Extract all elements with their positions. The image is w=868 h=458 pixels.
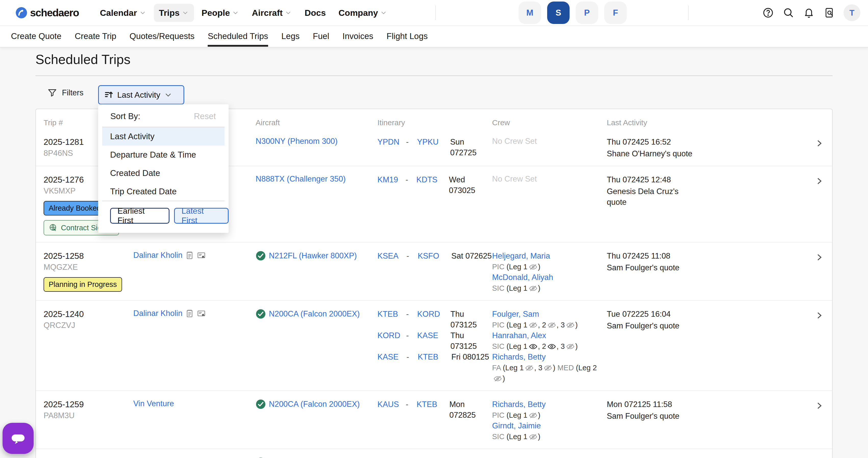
client-link[interactable]: Vin Venture xyxy=(133,399,174,408)
crew-member-link[interactable]: Foulger, Sam xyxy=(492,310,539,318)
arrival-airport-link[interactable]: KSFO xyxy=(418,251,451,261)
notes-icon[interactable] xyxy=(185,309,194,318)
sub-nav-flight-logs[interactable]: Flight Logs xyxy=(386,25,428,47)
table-row[interactable]: 2025-1241MQRXHBDalinar KholinN200CA (Fal… xyxy=(36,449,832,458)
trip-number[interactable]: 2025-1240 xyxy=(43,309,84,319)
sort-option-last-activity[interactable]: Last Activity xyxy=(102,127,224,146)
search-icon[interactable] xyxy=(783,7,794,18)
departure-airport-link[interactable]: KORD xyxy=(377,330,406,352)
trip-number[interactable]: 2025-1276 xyxy=(43,174,84,185)
arrival-airport-link[interactable]: KDTS xyxy=(416,174,449,196)
earliest-first-button[interactable]: Earliest First xyxy=(110,208,169,224)
open-trip-chevron-icon[interactable] xyxy=(814,252,825,262)
departure-airport-link[interactable]: KAUS xyxy=(377,399,406,421)
arrival-airport-link[interactable]: YPKU xyxy=(417,137,450,158)
eye-icon xyxy=(548,343,556,350)
sub-nav-create-trip[interactable]: Create Trip xyxy=(75,25,116,47)
schedaero-logo-icon xyxy=(15,7,28,19)
sort-reset-button[interactable]: Reset xyxy=(194,111,216,121)
trip-cell: 2025-1240QRCZVJ xyxy=(43,309,133,331)
avatar[interactable]: T xyxy=(843,4,860,21)
table-row[interactable]: 2025-1259PA8M3UVin VentureN200CA (Falcon… xyxy=(36,391,832,449)
column-header-crew: Crew xyxy=(492,118,607,127)
sub-nav-create-quote[interactable]: Create Quote xyxy=(11,25,61,47)
status-badge: Planning in Progress xyxy=(43,277,122,292)
audit-icon[interactable] xyxy=(824,7,835,18)
latest-first-button[interactable]: Latest First xyxy=(174,208,228,224)
leg-date: Sat 072625 xyxy=(451,251,492,261)
sub-nav-scheduled-trips[interactable]: Scheduled Trips xyxy=(208,25,268,47)
eye-off-icon xyxy=(529,285,537,292)
nav-item-docs[interactable]: Docs xyxy=(300,4,331,22)
aircraft-link[interactable]: N300NY (Phenom 300) xyxy=(256,137,338,146)
workspace-tab-s[interactable]: S xyxy=(547,2,569,24)
trip-code: MQGZXE xyxy=(43,262,78,273)
chevron-down-icon xyxy=(232,9,239,16)
nav-item-label: People xyxy=(202,8,230,18)
nav-item-trips[interactable]: Trips xyxy=(154,4,194,22)
aircraft-cell: N200CA (Falcon 2000EX) xyxy=(256,309,377,319)
crew-member-link[interactable]: Girndt, Jaimie xyxy=(492,421,541,430)
nav-item-people[interactable]: People xyxy=(196,4,244,22)
table-row[interactable]: 2025-1240QRCZVJDalinar KholinN200CA (Fal… xyxy=(36,300,832,391)
workspace-tab-f[interactable]: F xyxy=(604,2,627,24)
trip-sheet-icon[interactable] xyxy=(197,251,206,260)
chat-launcher-button[interactable] xyxy=(3,423,34,454)
client-link[interactable]: Dalinar Kholin xyxy=(133,251,183,260)
sort-option-created-date[interactable]: Created Date xyxy=(102,164,224,182)
aircraft-link[interactable]: N888TX (Challenger 350) xyxy=(256,174,346,183)
crew-member-link[interactable]: Richards, Betty xyxy=(492,352,546,361)
crew-member-link[interactable]: Hanrahan, Alex xyxy=(492,331,546,340)
filters-button[interactable]: Filters xyxy=(47,88,83,98)
sort-dropdown-button[interactable]: Last Activity xyxy=(98,85,184,105)
workspace-tab-m[interactable]: M xyxy=(519,2,541,24)
crew-member-link[interactable]: Heljegard, Maria xyxy=(492,252,550,260)
leg-date: Mon 072825 xyxy=(449,399,492,421)
arrival-airport-link[interactable]: KTEB xyxy=(417,399,449,421)
sort-option-departure-date-time[interactable]: Departure Date & Time xyxy=(102,146,224,164)
sub-nav-fuel[interactable]: Fuel xyxy=(313,25,329,47)
open-trip-chevron-icon[interactable] xyxy=(814,176,825,186)
nav-item-aircraft[interactable]: Aircraft xyxy=(247,4,297,22)
itinerary-leg: KTEB-KORDThu 073125 xyxy=(377,309,492,330)
last-activity-time: Tue 072225 16:04 xyxy=(607,309,804,319)
aircraft-link[interactable]: N212FL (Hawker 800XP) xyxy=(269,251,357,260)
table-row[interactable]: 2025-1258MQGZXEPlanning in ProgressDalin… xyxy=(36,242,832,300)
open-trip-chevron-icon[interactable] xyxy=(814,138,825,148)
nav-item-calendar[interactable]: Calendar xyxy=(95,4,151,22)
open-trip-chevron-icon[interactable] xyxy=(814,310,825,320)
last-activity-cell: Mon 072125 11:58Sam Foulger's quote xyxy=(607,399,804,422)
departure-airport-link[interactable]: KSEA xyxy=(377,251,406,261)
trip-number[interactable]: 2025-1259 xyxy=(43,399,84,410)
aircraft-cell: N300NY (Phenom 300) xyxy=(256,137,377,146)
arrival-airport-link[interactable]: KORD xyxy=(417,309,450,330)
aircraft-link[interactable]: N200CA (Falcon 2000EX) xyxy=(269,400,360,409)
open-trip-chevron-icon[interactable] xyxy=(814,401,825,411)
crew-member-link[interactable]: Richards, Betty xyxy=(492,400,546,409)
departure-airport-link[interactable]: KM19 xyxy=(377,174,405,196)
arrival-airport-link[interactable]: KASE xyxy=(417,330,450,352)
trip-number[interactable]: 2025-1258 xyxy=(43,251,84,261)
last-activity-cell: Thu 072425 16:52Shane O'Harney's quote xyxy=(607,137,804,159)
trip-sheet-icon[interactable] xyxy=(197,309,206,318)
sort-option-trip-created-date[interactable]: Trip Created Date xyxy=(102,182,224,201)
aircraft-link[interactable]: N200CA (Falcon 2000EX) xyxy=(269,309,360,318)
sub-nav-quotes-requests[interactable]: Quotes/Requests xyxy=(129,25,194,47)
sub-nav-invoices[interactable]: Invoices xyxy=(342,25,373,47)
help-icon[interactable] xyxy=(763,7,774,18)
sub-nav-legs[interactable]: Legs xyxy=(281,25,300,47)
filters-label: Filters xyxy=(62,88,83,97)
departure-airport-link[interactable]: KASE xyxy=(377,352,406,362)
notifications-icon[interactable] xyxy=(803,7,814,18)
departure-airport-link[interactable]: YPDN xyxy=(377,137,406,158)
nav-item-company[interactable]: Company xyxy=(333,4,392,22)
crew-role-assignments: SIC (Leg 1, 2, 3) xyxy=(492,341,607,352)
notes-icon[interactable] xyxy=(185,251,194,260)
crew-member-link[interactable]: McDonald, Aliyah xyxy=(492,273,553,282)
workspace-tab-p[interactable]: P xyxy=(576,2,598,24)
arrival-airport-link[interactable]: KTEB xyxy=(418,352,451,362)
client-link[interactable]: Dalinar Kholin xyxy=(133,309,183,318)
brand[interactable]: schedaero xyxy=(15,0,79,26)
departure-airport-link[interactable]: KTEB xyxy=(377,309,406,330)
trip-number[interactable]: 2025-1281 xyxy=(43,137,84,147)
